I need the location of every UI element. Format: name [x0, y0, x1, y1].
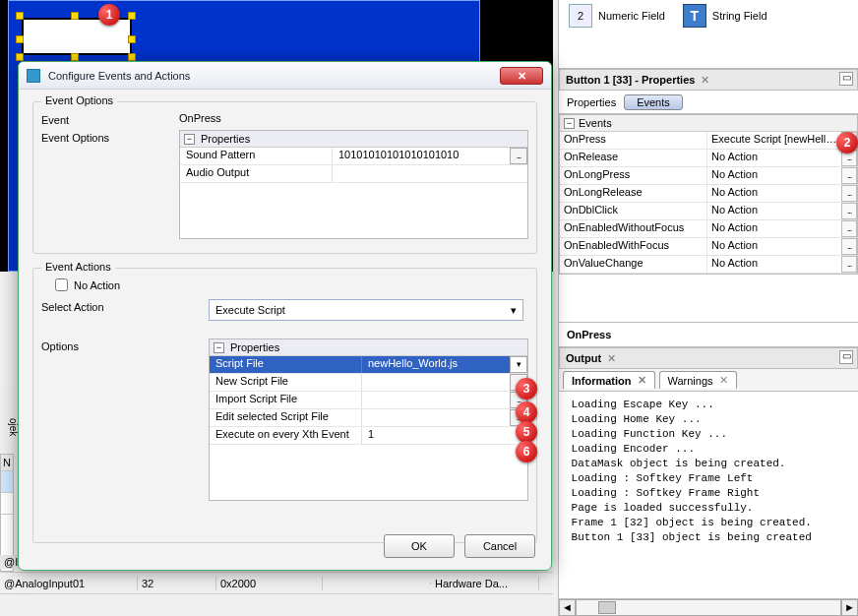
event-value: Execute Script [newHello... [707, 132, 841, 149]
event-row[interactable]: OnEnabledWithFocusNo Action... [560, 238, 857, 256]
close-icon[interactable]: ✕ [701, 74, 709, 87]
script-file-dropdown-button[interactable]: ▾ [510, 356, 527, 373]
value-import-script-file[interactable] [362, 392, 510, 408]
value-edit-script-file[interactable] [362, 409, 510, 426]
close-icon[interactable]: ✕ [719, 374, 728, 387]
event-name: OnLongRelease [560, 185, 707, 202]
event-row[interactable]: OnPressExecute Script [newHello...... [560, 132, 857, 150]
numeric-field-icon: 2 [569, 4, 592, 28]
output-hscrollbar[interactable]: ◄ ► [559, 598, 858, 616]
event-name: OnPress [560, 132, 707, 149]
label-edit-script-file: Edit selected Script File [210, 409, 362, 426]
varcell-c2: 0x2000 [216, 577, 323, 590]
varcell-c4: Hardware Da... [431, 577, 539, 590]
browse-button[interactable]: ... [510, 148, 527, 164]
tab-information[interactable]: Information ✕ [563, 371, 655, 389]
select-action-value: Execute Script [215, 304, 285, 316]
event-edit-button[interactable]: ... [841, 167, 857, 184]
label-event-options: Event Options [41, 130, 179, 239]
row-icon-selected [1, 471, 13, 493]
event-edit-button[interactable]: ... [841, 256, 857, 273]
event-name: OnValueChange [560, 256, 707, 273]
toolbox-string-field[interactable]: T String Field [683, 4, 767, 28]
close-icon[interactable]: ✕ [607, 352, 616, 365]
event-edit-button[interactable]: ... [841, 185, 857, 202]
properties-header-label: Properties [230, 341, 279, 353]
event-name: OnLongPress [560, 167, 707, 184]
event-edit-button[interactable]: ... [841, 203, 857, 219]
group-event-actions: Event Actions [41, 261, 115, 273]
event-row[interactable]: OnLongPressNo Action... [560, 167, 857, 185]
collapse-button[interactable]: ▭ [839, 72, 853, 86]
toolbox-bar: 2 Numeric Field T String Field [559, 0, 858, 69]
label-options: Options [41, 339, 209, 501]
value-sound-pattern[interactable]: 10101010101010101010 [333, 148, 510, 164]
resize-handle-bm[interactable] [71, 53, 79, 61]
scroll-right-icon[interactable]: ► [841, 599, 858, 616]
collapse-toggle-icon[interactable]: − [214, 342, 224, 353]
no-action-checkbox[interactable] [55, 278, 68, 291]
event-value: No Action [707, 185, 841, 202]
event-name: OnEnabledWithFocus [560, 238, 707, 255]
event-row[interactable]: OnReleaseNo Action... [560, 150, 857, 167]
resize-handle-bl[interactable] [16, 53, 24, 61]
callout-badge-1: 1 [98, 4, 120, 26]
event-row[interactable]: OnValueChangeNo Action... [560, 256, 857, 274]
properties-subtabs: Properties Events [559, 91, 858, 114]
resize-handle-tr[interactable] [128, 12, 136, 20]
event-row[interactable]: OnDblClickNo Action... [560, 203, 857, 220]
collapse-button[interactable]: ▭ [839, 350, 853, 364]
scroll-track[interactable] [576, 599, 841, 616]
value-script-file[interactable]: newHello_World.js [362, 356, 510, 373]
tab-warnings[interactable]: Warnings ✕ [659, 371, 737, 389]
event-value: No Action [707, 256, 841, 273]
event-row[interactable]: OnLongReleaseNo Action... [560, 185, 857, 203]
col-header-n: N [1, 455, 13, 471]
row-icon [1, 493, 13, 515]
toolbox-label: Numeric Field [598, 10, 665, 22]
toolbox-label: String Field [712, 10, 767, 22]
close-icon[interactable]: ✕ [638, 374, 646, 387]
properties-header-label: Properties [201, 133, 250, 145]
value-audio-output[interactable] [333, 165, 527, 182]
varcell-c3 [323, 583, 431, 585]
value-execute-every-xth[interactable]: 1 [362, 427, 527, 444]
toolbox-numeric-field[interactable]: 2 Numeric Field [569, 4, 665, 28]
event-name: OnEnabledWithoutFocus [560, 220, 707, 237]
label-script-file: Script File [210, 356, 362, 373]
value-new-script-file[interactable] [362, 374, 510, 391]
cancel-button[interactable]: Cancel [464, 534, 535, 558]
event-value: No Action [707, 238, 841, 255]
resize-handle-br[interactable] [128, 53, 136, 61]
resize-handle-ml[interactable] [16, 35, 24, 43]
event-row[interactable]: OnEnabledWithoutFocusNo Action... [560, 220, 857, 238]
dialog-titlebar[interactable]: Configure Events and Actions ✕ [19, 62, 551, 90]
callout-badge-2: 2 [836, 132, 858, 154]
collapse-toggle-icon[interactable]: − [184, 134, 195, 145]
tab-events[interactable]: Events [624, 94, 683, 110]
label-select-action: Select Action [41, 299, 209, 321]
label-no-action: No Action [74, 279, 120, 291]
events-section-label: Events [579, 117, 612, 129]
collapse-toggle-icon[interactable]: − [564, 118, 575, 129]
label-audio-output: Audio Output [180, 165, 333, 182]
event-edit-button[interactable]: ... [841, 238, 857, 255]
selected-event-label: OnPress [559, 322, 858, 346]
resize-handle-tm[interactable] [71, 12, 79, 20]
event-name: OnRelease [560, 150, 707, 166]
resize-handle-tl[interactable] [16, 12, 24, 20]
select-action-dropdown[interactable]: Execute Script ▾ [209, 299, 523, 321]
label-sound-pattern: Sound Pattern [180, 148, 333, 164]
event-edit-button[interactable]: ... [841, 220, 857, 237]
ok-button[interactable]: OK [384, 534, 455, 558]
scroll-thumb[interactable] [598, 601, 616, 614]
dialog-close-button[interactable]: ✕ [500, 67, 543, 85]
label-execute-every-xth: Execute on every Xth Event [210, 427, 362, 444]
scroll-left-icon[interactable]: ◄ [559, 599, 576, 616]
output-log: Loading Escape Key ... Loading Home Key … [559, 392, 858, 598]
resize-handle-mr[interactable] [128, 35, 136, 43]
value-event: OnPress [179, 112, 528, 126]
event-options-grid: − Properties Sound Pattern 1010101010101… [179, 130, 528, 239]
tab-properties[interactable]: Properties [567, 96, 616, 108]
group-event-options: Event Options [41, 94, 117, 106]
